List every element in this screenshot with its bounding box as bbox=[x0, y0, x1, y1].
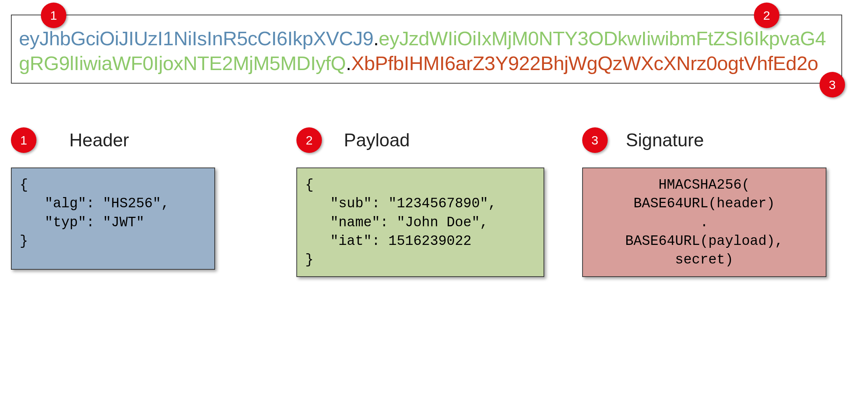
jwt-dot-1: . bbox=[373, 27, 379, 49]
jwt-signature-segment: XbPfbIHMI6arZ3Y922BhjWgQzWXcXNrz0ogtVhfE… bbox=[351, 52, 818, 74]
badge-signature-section: 3 bbox=[582, 127, 608, 153]
section-signature-title-row: 3 Signature bbox=[582, 127, 842, 153]
section-payload: 2 Payload { "sub": "1234567890", "name":… bbox=[296, 127, 556, 277]
section-header-title-row: 1 Header bbox=[11, 127, 271, 153]
sections-row: 1 Header { "alg": "HS256", "typ": "JWT" … bbox=[11, 127, 842, 277]
badge-signature-marker: 3 bbox=[820, 72, 845, 97]
section-signature: 3 Signature HMACSHA256( BASE64URL(header… bbox=[582, 127, 842, 277]
jwt-token-text: eyJhbGciOiJIUzI1NiIsInR5cCI6IkpXVCJ9.eyJ… bbox=[19, 26, 834, 76]
header-code-box: { "alg": "HS256", "typ": "JWT" } bbox=[11, 168, 215, 270]
section-signature-title: Signature bbox=[626, 130, 704, 151]
badge-header-section: 1 bbox=[11, 127, 36, 153]
jwt-token-box: 1 2 3 eyJhbGciOiJIUzI1NiIsInR5cCI6IkpXVC… bbox=[11, 15, 842, 84]
section-header-title: Header bbox=[69, 130, 129, 151]
signature-code-box: HMACSHA256( BASE64URL(header) . BASE64UR… bbox=[582, 168, 826, 277]
section-header: 1 Header { "alg": "HS256", "typ": "JWT" … bbox=[11, 127, 271, 277]
section-payload-title: Payload bbox=[344, 130, 410, 151]
section-payload-title-row: 2 Payload bbox=[296, 127, 556, 153]
jwt-header-segment: eyJhbGciOiJIUzI1NiIsInR5cCI6IkpXVCJ9 bbox=[19, 27, 373, 49]
badge-header-marker: 1 bbox=[41, 3, 66, 28]
badge-payload-marker: 2 bbox=[754, 3, 779, 28]
payload-code-box: { "sub": "1234567890", "name": "John Doe… bbox=[296, 168, 544, 277]
jwt-dot-2: . bbox=[346, 52, 351, 74]
badge-payload-section: 2 bbox=[296, 127, 322, 153]
